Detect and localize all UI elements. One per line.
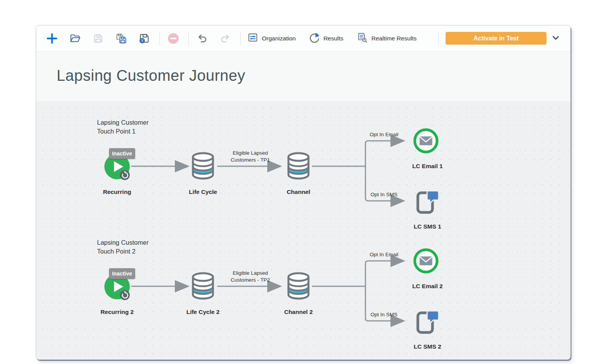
delete-icon [167,32,179,45]
toolbar-divider [240,32,241,45]
opt-in-sms-edge-label: Opt In SMS [370,311,397,318]
channel-node-label: Channel [287,189,310,195]
phone-sms-icon [414,190,441,215]
page-title: Lapsing Customer Journey [57,67,245,84]
lifecycle-node-label: Life Cycle 2 [186,309,220,316]
results-pie-icon [309,32,323,45]
save-as-template-icon: T [139,33,150,44]
touchpoint-label: Lapsing Customer Touch Point 1 [97,118,149,136]
save-as-copy-button[interactable] [115,32,128,45]
save-as-template-button[interactable]: T [138,32,151,45]
activate-menu-button[interactable] [549,32,563,45]
lifecycle-node[interactable] [191,152,215,180]
sms-node[interactable] [414,190,441,215]
redo-button[interactable] [219,32,232,45]
toolbar-divider [188,32,189,45]
organization-icon [248,32,262,44]
eligible-edge-label: Eligible Lapsed Customers - TP1 [231,150,270,164]
organization-label: Organization [262,35,296,42]
realtime-results-icon [357,32,372,45]
channel-node[interactable] [286,272,311,300]
sms-node-label: LC SMS 2 [414,343,441,350]
organization-button[interactable]: Organization [248,32,296,44]
status-badge: Inactive [109,148,135,159]
opt-in-email-edge-label: Opt In Email [370,251,398,258]
delete-button[interactable] [167,32,180,45]
toolbar-divider [438,32,439,45]
phone-sms-icon [414,310,441,335]
opt-in-email-edge-label: Opt In Email [370,131,398,138]
status-badge: Inactive [109,268,135,279]
journey-canvas[interactable]: Lapsing Customer Touch Point 1 Inactive … [36,101,570,360]
email-node[interactable] [413,128,439,154]
new-button[interactable] [45,32,59,45]
realtime-results-button[interactable]: Realtime Results [357,32,417,45]
redo-icon [220,33,231,43]
results-button[interactable]: Results [309,32,344,45]
database-cylinder-icon [286,152,311,180]
toolbar-divider [159,32,160,45]
database-cylinder-icon [191,152,215,180]
save-as-copy-icon [116,33,127,44]
title-strip: Lapsing Customer Journey [36,52,570,101]
open-button[interactable] [69,32,82,45]
save-button[interactable] [92,32,105,45]
email-envelope-icon [413,248,439,274]
toolbar: T Organization Results Realtime Results … [36,25,570,52]
lifecycle-node-label: Life Cycle [189,189,217,195]
opt-in-sms-edge-label: Opt In SMS [370,191,397,198]
sms-node[interactable] [414,310,441,335]
undo-button[interactable] [196,32,209,45]
save-icon [93,33,104,44]
results-label: Results [323,35,344,42]
email-node[interactable] [413,248,439,274]
database-cylinder-icon [286,272,311,300]
activate-in-test-button[interactable]: Activate in Test [446,32,546,45]
recurring-node-label: Recurring [103,189,131,195]
undo-icon [196,33,208,43]
recurring-node-label: Recurring 2 [101,309,134,316]
lifecycle-node[interactable] [191,272,215,300]
email-node-label: LC Email 2 [412,283,442,290]
touchpoint-label: Lapsing Customer Touch Point 2 [97,238,149,256]
svg-text:T: T [141,38,143,43]
open-folder-icon [69,33,81,44]
sms-node-label: LC SMS 1 [414,223,441,230]
channel-node-label: Channel 2 [284,309,313,316]
realtime-results-label: Realtime Results [372,35,417,42]
chevron-down-icon [551,33,560,43]
eligible-edge-label: Eligible Lapsed Customers - TP2 [231,270,270,284]
plus-icon [46,33,58,44]
database-cylinder-icon [191,272,215,300]
email-node-label: LC Email 1 [412,163,442,170]
email-envelope-icon [413,128,439,154]
connector-edges [36,101,570,360]
app-window: T Organization Results Realtime Results … [36,25,571,360]
channel-node[interactable] [286,152,311,180]
